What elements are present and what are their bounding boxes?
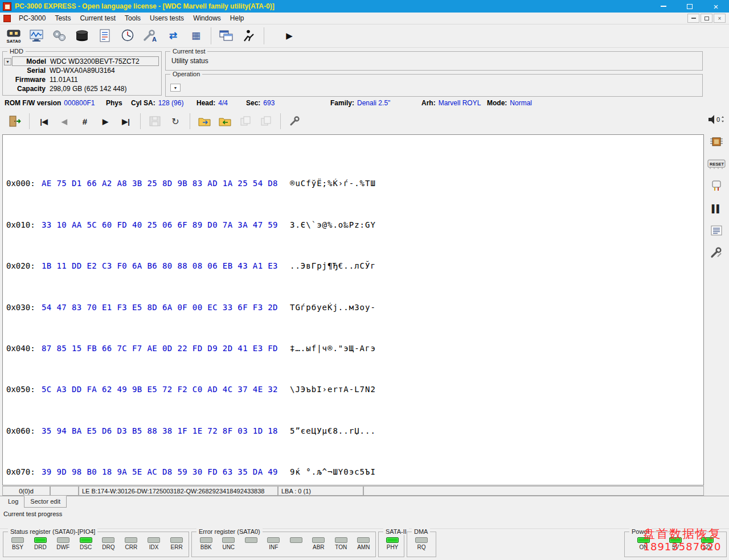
mdi-restore-button[interactable] (701, 14, 712, 23)
copy-hex-button[interactable] (235, 112, 256, 130)
menu-item[interactable]: Current test (75, 13, 120, 24)
app-icon (3, 2, 11, 11)
minimize-icon (661, 6, 666, 7)
drive-info-bar: ROM F/W version000800F1 Phys Cyl SA:128 … (0, 98, 706, 109)
info-item: Head:4/4 (196, 99, 228, 107)
menu-item[interactable]: Windows (189, 13, 226, 24)
next-sector-button[interactable]: ▶ (95, 112, 116, 130)
led-label: DSC (80, 544, 92, 550)
reset-button[interactable]: RESET (706, 155, 727, 173)
exit-button[interactable] (5, 112, 25, 130)
menu-item[interactable]: PC-3000 (14, 13, 50, 24)
menu-item[interactable]: Users tests (145, 13, 189, 24)
read-sector-button[interactable] (194, 112, 215, 130)
reset-label: RESET (710, 162, 724, 167)
save-sector-button[interactable] (145, 112, 165, 130)
utility-status-text: Utility status (171, 57, 208, 65)
operation-dropdown[interactable]: ▼ (170, 84, 181, 92)
led-label: TON (335, 544, 347, 550)
hdd-field-row: Model WDC WD3200BEVT-75ZCT2 (12, 56, 159, 66)
hex-bytes[interactable]: AE 75 D1 66 A2 A8 3B 25 8D 9B 83 AD 1A 2… (42, 178, 290, 188)
power-source-button[interactable] (706, 177, 727, 195)
register-led-cell: INF (263, 537, 285, 550)
windows-cascade-button[interactable] (215, 25, 237, 47)
beeper-volume-button[interactable]: 0 (706, 110, 727, 129)
close-button[interactable]: × (703, 0, 729, 13)
hex-ascii[interactable]: ®uСfўЁ;%Ќ›ѓ-.%TШ (290, 178, 376, 188)
first-sector-button[interactable]: |◀ (34, 112, 54, 130)
hex-bytes[interactable]: 54 47 83 70 E1 F3 E5 8D 6A 0F 00 EC 33 6… (42, 302, 290, 312)
log-list-button[interactable] (706, 221, 727, 240)
sector-hex-editor[interactable]: 0x000:AE 75 D1 66 A2 A8 3B 25 8D 9B 83 A… (2, 134, 704, 485)
utility-resources-button[interactable] (48, 25, 71, 47)
hdd-select-dropdown[interactable]: ▼ (4, 58, 11, 65)
prev-sector-icon: ◀ (62, 117, 67, 126)
maximize-button[interactable] (677, 0, 703, 13)
hex-bytes[interactable]: 1B 11 DD E2 C3 F0 6A B6 80 88 08 06 EB 4… (42, 261, 290, 271)
hex-ascii[interactable]: TGѓpбуеЌj..м3oу- (290, 302, 376, 312)
tools-button[interactable] (706, 244, 727, 262)
tools-wrench-icon (710, 246, 723, 259)
register-led-cell: AMN (353, 537, 375, 550)
led-label: ERR (171, 544, 183, 550)
led-label: BSY (12, 544, 23, 550)
status-cell (363, 486, 704, 496)
info-item: Arh:Marvell ROYL (421, 99, 481, 107)
pause-button[interactable]: ▌▌ (706, 199, 727, 217)
start-test-button[interactable]: ▶ (278, 25, 301, 47)
hex-ascii[interactable]: ..ЭвГрj¶Ђ€..лCЎг (290, 261, 376, 271)
menu-item[interactable]: Tests (50, 13, 75, 24)
hex-ascii[interactable]: ‡….ыf|ч®."эЩ-Aгэ (290, 343, 376, 353)
tab-sector-edit[interactable]: Sector edit (24, 496, 67, 508)
monitoring-button[interactable] (116, 25, 139, 47)
copy-ascii-button[interactable] (256, 112, 276, 130)
sector-map-button[interactable]: ▦ (185, 25, 207, 47)
hdd-field-value: 11.01A11 (50, 76, 78, 84)
mdi-restore-icon (705, 17, 709, 20)
user-tests-button[interactable] (237, 25, 260, 47)
minimize-button[interactable] (650, 0, 677, 13)
menu-item[interactable]: Tools (120, 13, 145, 24)
last-sector-button[interactable]: ▶| (116, 112, 136, 130)
led-indicator (57, 537, 69, 543)
hex-address: 0x000: (6, 178, 42, 188)
test-report-button[interactable] (93, 25, 116, 47)
test-selection-button[interactable] (25, 25, 48, 47)
ata-commands-button[interactable]: A (139, 25, 162, 47)
mdi-close-button[interactable]: × (714, 14, 726, 23)
hex-bytes[interactable]: 35 94 BA E5 D6 D3 B5 88 38 1F 1E 72 8F 0… (42, 426, 290, 436)
hex-bytes[interactable]: 87 85 15 FB 66 7C F7 AE 0D 22 FD D9 2D 4… (42, 343, 290, 353)
led-label: INF (269, 544, 278, 550)
led-label: CRR (125, 544, 137, 550)
led-indicator (357, 537, 370, 543)
sata0-port-button[interactable]: SATA0 (2, 25, 25, 47)
hdd-profile-button[interactable] (71, 25, 93, 47)
refresh-sector-button[interactable]: ↻ (165, 112, 186, 130)
hex-ascii[interactable]: 3.Є\`э@%.o‰Рz:GY (290, 220, 376, 230)
data-exchange-button[interactable]: ⇄ (162, 25, 185, 47)
hex-ascii[interactable]: 9ќ °.љ^¬ШY0эc5ЪI (290, 467, 376, 477)
chip-access-button[interactable] (706, 133, 727, 151)
info-label: Phys (106, 99, 122, 107)
register-led-cell (285, 537, 308, 550)
hex-ascii[interactable]: 5”єеЦУµ€8..rЏ... (290, 426, 376, 436)
tab-log[interactable]: Log (2, 496, 24, 508)
error-register-panel: Error register (SATA0) BBK UNC (191, 532, 376, 557)
info-value: Normal (510, 99, 532, 107)
status-register-label: Status register (SATA0)-[PIO4] (8, 528, 97, 535)
hex-bytes[interactable]: 5C A3 DD FA 62 49 9B E5 72 F2 C0 AD 4C 3… (42, 384, 290, 394)
hex-ascii[interactable]: \ЈЭъbI›еrтА-L7N2 (290, 384, 376, 394)
prev-sector-button[interactable]: ◀ (54, 112, 75, 130)
sector-settings-button[interactable] (285, 112, 305, 130)
toolbar-separator (211, 27, 211, 44)
hdd-field-label: Capacity (12, 85, 50, 93)
next-sector-icon: ▶ (103, 117, 108, 126)
menu-item[interactable]: Help (226, 13, 249, 24)
mdi-minimize-button[interactable] (687, 14, 699, 23)
hex-bytes[interactable]: 33 10 AA 5C 60 FD 40 25 06 6F 89 D0 7A 3… (42, 220, 290, 230)
current-test-panel: Current test Utility status (165, 51, 703, 71)
status-register-panel: Status register (SATA0)-[PIO4] BSY DRD D… (3, 532, 189, 557)
write-sector-button[interactable] (215, 112, 235, 130)
hex-bytes[interactable]: 39 9D 98 B0 18 9A 5E AC D8 59 30 FD 63 3… (42, 467, 290, 477)
goto-sector-button[interactable]: # (75, 112, 95, 130)
